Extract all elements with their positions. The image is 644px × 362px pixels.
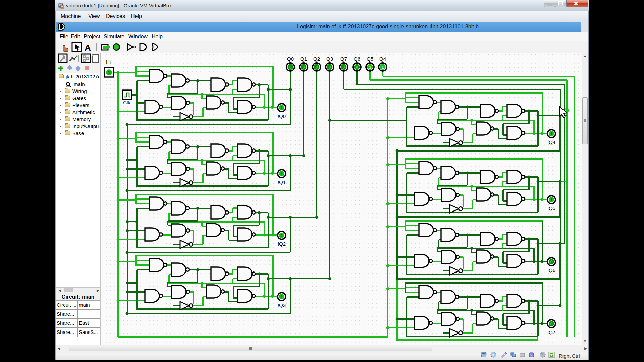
svg-text:Q4: Q4 [379, 56, 386, 62]
svg-text:1: 1 [550, 131, 552, 136]
svg-text:!Q0: !Q0 [278, 113, 286, 119]
svg-text:0: 0 [356, 65, 358, 70]
svg-text:!Q2: !Q2 [278, 241, 286, 247]
svg-text:0: 0 [289, 65, 292, 70]
svg-text:0: 0 [550, 321, 552, 326]
svg-text:!Q5: !Q5 [547, 205, 555, 211]
svg-text:1: 1 [108, 70, 110, 75]
svg-text:!Q3: !Q3 [278, 302, 286, 308]
svg-text:!Q4: !Q4 [547, 139, 555, 145]
svg-text:1: 1 [280, 171, 283, 176]
svg-text:0: 0 [303, 65, 305, 70]
svg-text:!Q7: !Q7 [547, 329, 555, 335]
svg-text:Q2: Q2 [313, 56, 320, 62]
svg-text:0: 0 [316, 65, 318, 70]
svg-text:Q0: Q0 [287, 56, 294, 62]
svg-text:0: 0 [329, 65, 331, 70]
svg-text:0: 0 [343, 65, 345, 70]
svg-text:1: 1 [280, 105, 283, 110]
svg-text:A: A [85, 43, 91, 53]
svg-text:Q6: Q6 [354, 56, 360, 62]
svg-text:!Q1: !Q1 [278, 179, 286, 185]
svg-text:Clk: Clk [123, 100, 130, 105]
svg-text:0: 0 [550, 259, 552, 264]
svg-text:1: 1 [382, 65, 384, 70]
svg-text:1: 1 [369, 65, 371, 70]
svg-text:Q5: Q5 [367, 56, 373, 62]
svg-text:Q3: Q3 [326, 56, 333, 62]
svg-text:Hi: Hi [106, 59, 111, 65]
svg-text:1: 1 [550, 197, 552, 202]
svg-text:Q7: Q7 [340, 56, 347, 62]
svg-text:1: 1 [280, 233, 283, 238]
svg-text:Q1: Q1 [300, 56, 307, 62]
svg-text:1: 1 [280, 294, 283, 299]
svg-text:!Q6: !Q6 [547, 267, 555, 273]
svg-text:V: V [530, 353, 532, 357]
